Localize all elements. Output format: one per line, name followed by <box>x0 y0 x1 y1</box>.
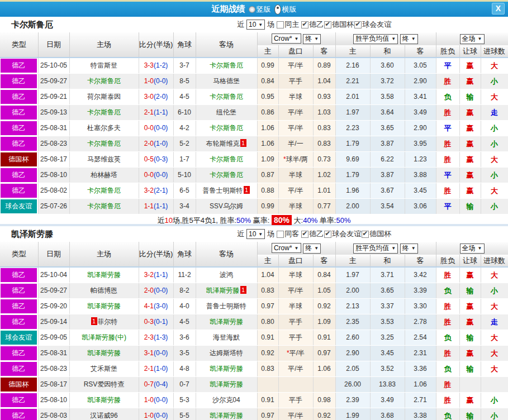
avg-home-cell: 2.00 <box>335 199 370 214</box>
league-type-cell: 德乙 <box>0 393 38 408</box>
corner-cell: 3-7 <box>173 58 196 74</box>
league-filter[interactable]: 德国杯 <box>362 229 391 239</box>
handicap-text: 半/一 <box>288 140 303 147</box>
col-crow-home: 主 <box>257 255 278 267</box>
checkbox-checked-icon[interactable] <box>362 231 369 238</box>
score-cell: 1-0(0-0) <box>139 408 173 420</box>
handicap-text: 半球 <box>289 93 302 101</box>
avg-home-cell: 1.79 <box>335 136 370 152</box>
home-odds-cell: 0.95 <box>257 89 278 105</box>
avg-home-cell: 2.23 <box>335 121 370 136</box>
filter-bar: 近 10 ▼ 场 同客 德乙球会友谊德国杯 <box>237 226 391 242</box>
fulltime-score: 2-0 <box>144 140 154 147</box>
halftime-score: (0-0) <box>154 124 168 132</box>
avg-select[interactable]: 胜平负均值 ▼ <box>353 244 398 254</box>
away-team-cell: 卡尔斯鲁厄 <box>196 58 257 74</box>
avg-time-select[interactable]: 终 ▼ <box>400 244 418 254</box>
handicap-cell: 平手 <box>278 74 313 89</box>
league-filter[interactable]: 德乙 <box>301 229 324 239</box>
handicap-cell: 半球 <box>278 89 313 105</box>
avg-away-cell: 2.54 <box>405 330 436 346</box>
score-cell: 3-2(2-1) <box>139 183 173 199</box>
away-team-cell: 卡尔斯鲁厄 <box>196 152 257 168</box>
match-row: 球会友谊25-07-26卡尔斯鲁厄1-1(1-1)3-4SSV乌尔姆0.99半球… <box>0 199 508 214</box>
handicap-result-cell: 赢 <box>459 58 481 74</box>
away-team-cell: 凯泽斯劳滕1 <box>196 283 257 299</box>
handicap-cell: 平/半 <box>278 183 313 199</box>
handicap-cell: 半球 <box>278 168 313 183</box>
fullmatch-select[interactable]: 全场 ▼ <box>460 244 485 254</box>
away-team-cell: 卡尔斯鲁厄 <box>196 89 257 105</box>
close-button[interactable]: X <box>492 3 505 15</box>
checkbox-checked-icon[interactable] <box>301 21 308 28</box>
checkbox-unchecked-icon[interactable] <box>277 21 284 28</box>
league-filter[interactable]: 球会友谊 <box>354 20 391 30</box>
same-venue-filter[interactable]: 同主 <box>277 20 299 30</box>
filter-bar: 近 10 ▼ 场 同主 德乙德国杯球会友谊 <box>237 17 391 32</box>
league-filter[interactable]: 德乙 <box>301 20 324 30</box>
handicap-cell <box>278 377 313 393</box>
team-name-text: 卡尔斯鲁厄 <box>87 187 121 194</box>
checkbox-checked-icon[interactable] <box>301 231 308 238</box>
odds-time-select[interactable]: 终 ▼ <box>303 34 321 44</box>
fulltime-score: 4-1 <box>144 302 154 310</box>
match-row: 德乙25-08-10凯泽斯劳滕1-0(0-0)5-3沙尔克040.91平手0.9… <box>0 393 508 408</box>
odds-time-select[interactable]: 终 ▼ <box>303 244 321 254</box>
corner-cell: 8-5 <box>173 74 196 89</box>
home-team-cell: 帕德博恩 <box>69 283 139 299</box>
match-row: 德乙25-09-21荷尔斯泰因3-0(2-0)4-5卡尔斯鲁厄0.95半球0.9… <box>0 89 508 105</box>
checkbox-unchecked-icon[interactable] <box>277 231 284 238</box>
away-odds-cell: 1.03 <box>313 105 335 121</box>
radio-horizontal-layout[interactable]: 横版 <box>274 4 297 15</box>
avg-group-header: 胜平负均值 ▼ 终 ▼ <box>335 32 436 45</box>
avg-draw-cell: 3.45 <box>370 346 405 361</box>
fulltime-score: 1-0 <box>144 77 154 85</box>
same-venue-filter[interactable]: 同客 <box>277 229 299 239</box>
corner-cell: 4-2 <box>173 121 196 136</box>
date-cell: 25-10-04 <box>38 267 69 283</box>
checkbox-checked-icon[interactable] <box>324 21 331 28</box>
bookmaker-select[interactable]: Crow* ▼ <box>272 243 301 253</box>
league-type-badge: 德乙 <box>1 59 37 73</box>
avg-home-cell: 2.35 <box>335 314 370 330</box>
match-count-select[interactable]: 10 ▼ <box>246 20 265 30</box>
date-cell: 25-08-03 <box>38 408 69 420</box>
checkbox-checked-icon[interactable] <box>354 21 362 28</box>
league-type-cell: 德乙 <box>0 408 38 420</box>
home-team-cell: 卡尔斯鲁厄 <box>69 199 139 214</box>
league-type-cell: 德乙 <box>0 74 38 89</box>
team-name-text: 艾禾斯堡 <box>91 365 117 373</box>
away-team-cell: 马格德堡 <box>196 74 257 89</box>
radio-selected-icon[interactable] <box>274 4 281 15</box>
avg-draw-cell: 3.52 <box>370 361 405 377</box>
result-cell: 胜 <box>436 105 459 121</box>
col-avg-home: 主 <box>335 255 370 267</box>
goals-cell: 小 <box>481 393 508 408</box>
results-body: 德乙25-10-04凯泽斯劳滕3-2(1-1)11-2波鸿1.04半球0.841… <box>0 267 508 420</box>
radio-unselected-icon[interactable] <box>249 6 255 13</box>
goals-cell: 大 <box>481 361 508 377</box>
avg-select[interactable]: 胜平负均值 ▼ <box>353 34 398 44</box>
handicap-result-cell: 赢 <box>459 299 481 314</box>
page-title: 近期战绩 <box>212 4 245 15</box>
match-row: 德乙25-08-23卡尔斯鲁厄2-0(1-0)5-2布轮斯维克11.06半/一0… <box>0 136 508 152</box>
fulltime-score: 1-0 <box>144 396 154 404</box>
checkbox-checked-icon[interactable] <box>324 231 331 238</box>
corner-cell: 4-0 <box>173 299 196 314</box>
chevron-down-icon: ▼ <box>258 232 263 237</box>
fullmatch-select[interactable]: 全场 ▼ <box>460 34 485 44</box>
league-filter-label: 德国杯 <box>332 20 354 30</box>
league-filter[interactable]: 德国杯 <box>324 20 354 30</box>
league-type-badge: 德国杯 <box>1 378 37 392</box>
league-filter[interactable]: 球会友谊 <box>324 229 361 239</box>
radio-vertical-layout[interactable]: 竖版 <box>249 4 271 15</box>
team-name-text: 卡尔斯鲁厄 <box>210 124 243 132</box>
match-count-select[interactable]: 10 ▼ <box>246 229 265 239</box>
team-name-text: 凯泽斯劳滕 <box>87 302 121 310</box>
league-type-cell: 德乙 <box>0 346 38 361</box>
date-cell: 25-07-26 <box>38 199 69 214</box>
away-odds-cell: 1.02 <box>313 168 335 183</box>
avg-time-select[interactable]: 终 ▼ <box>400 34 418 44</box>
bookmaker-select[interactable]: Crow* ▼ <box>272 34 301 44</box>
avg-away-cell: 1.06 <box>405 377 436 393</box>
